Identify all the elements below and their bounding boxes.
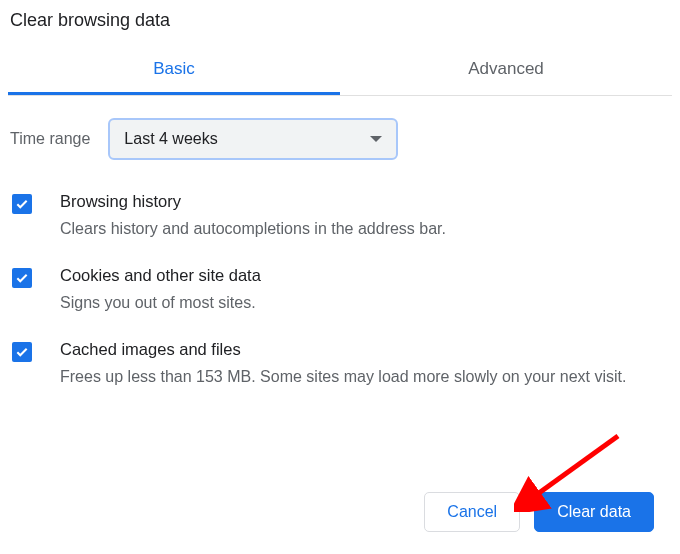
chevron-down-icon [370,136,382,142]
time-range-row: Time range Last 4 weeks [8,96,672,160]
checkbox-cookies[interactable] [12,268,32,288]
clear-browsing-data-dialog: Clear browsing data Basic Advanced Time … [0,0,680,403]
option-cookies: Cookies and other site data Signs you ou… [12,254,672,328]
checkbox-cache[interactable] [12,342,32,362]
svg-line-1 [532,436,618,498]
options-list: Browsing history Clears history and auto… [8,160,672,403]
checkmark-icon [15,271,29,285]
button-label: Cancel [447,503,497,521]
option-text: Browsing history Clears history and auto… [32,192,446,240]
option-cache: Cached images and files Frees up less th… [12,328,672,402]
tab-bar: Basic Advanced [8,45,672,96]
tab-label: Advanced [468,59,544,78]
dialog-footer: Cancel Clear data [424,492,654,532]
tab-advanced[interactable]: Advanced [340,45,672,95]
option-desc: Frees up less than 153 MB. Some sites ma… [60,365,626,388]
time-range-select[interactable]: Last 4 weeks [108,118,398,160]
checkmark-icon [15,345,29,359]
option-text: Cached images and files Frees up less th… [32,340,626,388]
tab-label: Basic [153,59,195,78]
checkmark-icon [15,197,29,211]
option-desc: Signs you out of most sites. [60,291,261,314]
option-browsing-history: Browsing history Clears history and auto… [12,180,672,254]
option-title: Cookies and other site data [60,266,261,285]
time-range-value: Last 4 weeks [124,130,217,148]
time-range-label: Time range [10,130,90,148]
button-label: Clear data [557,503,631,521]
checkbox-browsing-history[interactable] [12,194,32,214]
option-title: Browsing history [60,192,446,211]
cancel-button[interactable]: Cancel [424,492,520,532]
option-title: Cached images and files [60,340,626,359]
tab-basic[interactable]: Basic [8,45,340,95]
dialog-title: Clear browsing data [8,10,672,39]
option-text: Cookies and other site data Signs you ou… [32,266,261,314]
option-desc: Clears history and autocompletions in th… [60,217,446,240]
clear-data-button[interactable]: Clear data [534,492,654,532]
